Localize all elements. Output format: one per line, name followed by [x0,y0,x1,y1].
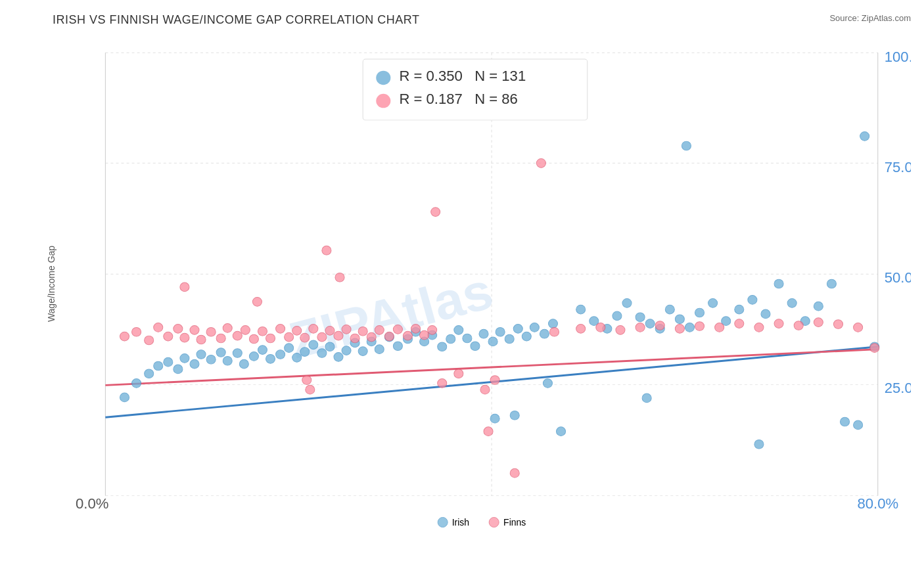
svg-point-57 [471,342,480,351]
svg-point-165 [536,159,545,168]
svg-text:50.0%: 50.0% [885,269,911,286]
svg-point-27 [216,348,225,357]
svg-point-76 [675,315,684,324]
svg-point-37 [300,348,310,357]
svg-point-54 [446,334,455,344]
svg-point-124 [334,331,343,340]
svg-rect-168 [376,71,390,85]
svg-point-34 [276,350,285,359]
scatter-chart: .grid-line { stroke: #e0e0e0; stroke-wid… [53,34,911,534]
svg-point-30 [239,359,248,369]
svg-point-81 [735,305,744,314]
svg-point-136 [180,282,189,292]
finns-legend-dot [489,517,499,528]
svg-point-143 [438,379,447,388]
svg-point-55 [454,326,463,335]
svg-point-132 [403,331,412,340]
svg-point-126 [350,334,359,343]
svg-text:80.0%: 80.0% [857,495,898,512]
y-axis-label: Wage/Income Gap [46,246,57,322]
svg-point-159 [774,319,783,328]
svg-point-73 [645,319,655,328]
svg-point-71 [622,298,632,307]
svg-point-92 [681,141,691,150]
svg-point-139 [322,246,331,255]
svg-point-89 [841,417,850,426]
svg-point-95 [510,411,519,420]
svg-point-19 [145,369,154,378]
source-label: Source: ZipAtlas.com [829,13,911,23]
svg-point-63 [522,332,531,341]
svg-point-96 [543,379,552,388]
svg-point-53 [438,342,447,351]
svg-point-79 [708,298,718,307]
svg-point-25 [196,350,206,359]
svg-point-77 [685,323,694,332]
svg-point-26 [206,355,216,364]
svg-point-153 [655,321,664,330]
svg-point-17 [120,393,129,402]
svg-point-65 [540,329,549,338]
svg-point-56 [463,334,472,343]
svg-point-128 [367,332,376,342]
svg-point-97 [557,427,566,436]
svg-point-83 [761,309,770,319]
svg-point-93 [860,131,869,141]
svg-point-138 [431,208,440,217]
svg-point-144 [454,369,463,378]
svg-point-157 [735,319,744,328]
svg-point-166 [510,468,519,478]
svg-point-129 [375,326,384,335]
svg-point-67 [576,305,586,314]
svg-point-59 [488,337,497,346]
svg-point-154 [675,325,684,334]
svg-point-117 [276,325,285,334]
svg-point-120 [300,333,310,342]
svg-point-134 [420,330,429,340]
svg-point-127 [358,327,367,336]
svg-point-118 [285,332,294,342]
svg-point-94 [490,414,499,423]
svg-point-101 [132,327,141,336]
svg-point-58 [479,329,488,338]
svg-point-90 [854,420,863,430]
svg-point-133 [411,325,421,334]
svg-point-78 [695,308,704,317]
svg-point-98 [642,394,651,403]
svg-point-48 [393,342,402,351]
chart-area: Wage/Income Gap .grid-line { stroke: #e0… [53,34,911,534]
svg-point-32 [258,346,267,355]
svg-point-147 [490,376,499,385]
svg-point-23 [180,353,189,363]
svg-point-33 [266,354,275,363]
svg-point-125 [342,325,351,334]
svg-point-46 [375,345,384,354]
svg-point-20 [154,361,163,371]
svg-point-22 [173,365,183,374]
svg-rect-170 [376,94,390,108]
svg-point-150 [596,323,605,332]
svg-point-107 [190,326,199,335]
svg-point-88 [827,279,836,288]
svg-point-110 [216,334,225,343]
finns-legend-label: Finns [503,517,526,528]
svg-point-40 [325,342,335,351]
svg-text:R = 0.350   N = 131: R = 0.350 N = 131 [399,68,526,85]
svg-point-158 [754,323,764,332]
svg-point-145 [480,385,490,394]
svg-text:75.0%: 75.0% [885,159,911,175]
irish-legend-dot [438,517,448,528]
svg-point-75 [665,305,674,314]
svg-point-105 [173,325,183,334]
svg-point-82 [748,296,757,305]
svg-point-106 [180,333,189,342]
svg-point-130 [384,332,394,341]
svg-point-70 [612,311,622,321]
svg-point-122 [317,332,327,342]
svg-point-115 [258,327,267,336]
svg-point-103 [154,323,163,332]
svg-point-38 [309,340,318,349]
svg-point-64 [530,323,539,332]
chart-container: IRISH VS FINNISH WAGE/INCOME GAP CORRELA… [0,0,924,586]
svg-point-44 [358,347,367,356]
